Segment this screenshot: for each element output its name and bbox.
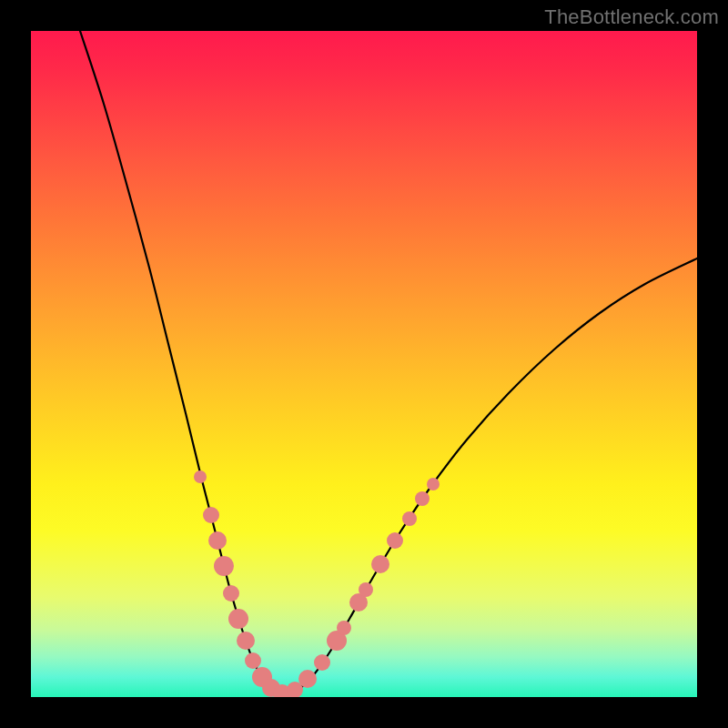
highlight-markers-group xyxy=(194,470,440,697)
highlight-marker xyxy=(245,652,261,669)
highlight-marker xyxy=(203,507,219,523)
highlight-marker xyxy=(237,632,255,650)
plot-area xyxy=(31,31,697,697)
highlight-marker xyxy=(194,470,207,483)
highlight-marker xyxy=(228,609,248,629)
highlight-marker xyxy=(214,556,234,576)
chart-frame: TheBottleneck.com xyxy=(0,0,728,728)
highlight-marker xyxy=(298,670,317,688)
highlight-marker xyxy=(415,491,430,506)
highlight-marker xyxy=(402,511,417,526)
curve-svg xyxy=(31,31,697,697)
highlight-marker xyxy=(427,478,440,490)
bottleneck-curve-path xyxy=(80,31,697,693)
highlight-marker xyxy=(223,585,239,602)
highlight-marker xyxy=(387,532,403,549)
highlight-marker xyxy=(371,555,389,573)
watermark-text: TheBottleneck.com xyxy=(544,5,719,29)
highlight-marker xyxy=(337,621,351,635)
highlight-marker xyxy=(208,531,227,550)
highlight-marker xyxy=(359,582,373,597)
highlight-marker xyxy=(314,654,330,671)
